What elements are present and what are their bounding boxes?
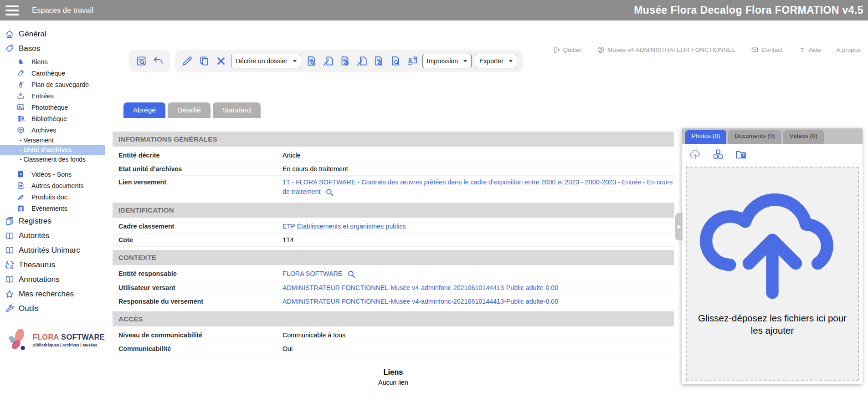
sidebar-item-entrees[interactable]: Entrées: [0, 90, 105, 102]
exporter-dropdown[interactable]: Exporter: [475, 54, 517, 68]
quitter-button[interactable]: Quitter: [553, 46, 582, 54]
wizard-document-button[interactable]: [321, 54, 335, 68]
sidebar-item-annotations[interactable]: Annotations: [0, 272, 105, 287]
impression-dropdown[interactable]: Impression: [422, 54, 472, 68]
sidebar-item-label: Entrées: [31, 92, 54, 100]
attach-document-button[interactable]: [372, 54, 385, 68]
tab-standard[interactable]: Standard: [213, 102, 261, 118]
hamburger-menu-icon[interactable]: [5, 5, 19, 15]
sidebar-item-videos-sons[interactable]: Vidéos - Sons: [0, 168, 105, 180]
sidebar: GénéralBases♞BiensCarothèquePlan de sauv…: [0, 20, 105, 402]
brush-icon: [16, 69, 25, 77]
record-row-cadre-classement: Cadre classementETP Établissements et or…: [113, 220, 674, 234]
notice-plus-button[interactable]: [304, 54, 318, 68]
media-action-bar: [682, 144, 863, 165]
sidebar-item-biens[interactable]: ♞Biens: [0, 56, 105, 67]
sidebar-item-classement-des-fonds[interactable]: - Classement des fonds: [0, 155, 105, 164]
open-box-icon: [16, 126, 25, 134]
svg-text:B: B: [10, 265, 13, 270]
record-row-communicabilite: CommunicabilitéOui: [113, 342, 674, 356]
sidebar-item-bibliotheque[interactable]: Bibliothèque: [0, 113, 105, 124]
current-user-button[interactable]: Musée v4 ADMINISTRATEUR FONCTIONNEL: [597, 46, 735, 54]
sidebar-item-registres[interactable]: Registres: [0, 214, 105, 229]
describe-dropdown[interactable]: Décrire un dossier: [231, 54, 301, 68]
sidebar-item-evenements[interactable]: Evènements: [0, 203, 105, 214]
tab-abrege[interactable]: Abrégé: [123, 102, 165, 118]
sidebar-item-autorites-unimarc[interactable]: Autorités Unimarc: [0, 243, 105, 258]
cubes-button[interactable]: [711, 147, 725, 162]
sidebar-item-autorites[interactable]: Autorités: [0, 229, 105, 243]
sidebar-item-label: Bibliothèque: [31, 115, 67, 122]
svg-text:?: ?: [800, 46, 804, 53]
field-value-link[interactable]: FLORA SOFTWARE: [282, 270, 342, 277]
contact-button[interactable]: Contact: [751, 46, 783, 54]
describe-dropdown-label: Décrire un dossier: [236, 57, 288, 65]
cloud-upload-button[interactable]: [688, 147, 702, 162]
home-icon: [5, 29, 15, 39]
apropos-button[interactable]: A propos: [837, 46, 861, 53]
panel-collapse-handle[interactable]: [675, 213, 683, 240]
field-value: En cours de traitement: [282, 164, 348, 174]
workspace-label[interactable]: Espaces de travail: [32, 6, 93, 15]
inbox-download-icon: [16, 92, 25, 100]
field-label: Entité décrite: [118, 151, 282, 160]
links-block: Liens Aucun lien: [113, 368, 674, 386]
star-icon: [5, 289, 15, 299]
field-value-link[interactable]: 1T - FLORA SOFTWARE - Contrats des œuvre…: [282, 178, 673, 195]
undo-button[interactable]: [151, 54, 165, 68]
sidebar-item-plan-de-sauvegarde[interactable]: Plan de sauvegarde: [0, 79, 105, 90]
field-value: Oui: [282, 344, 293, 354]
sidebar-item-label: - Classement des fonds: [20, 156, 86, 163]
field-value: FLORA SOFTWARE: [282, 269, 356, 279]
preview-document-button[interactable]: [389, 54, 402, 68]
sidebar-item-unite-d-archives[interactable]: - Unité d'archives: [0, 145, 105, 155]
svg-text:♞: ♞: [17, 58, 24, 66]
sidebar-item-label: Carothèque: [31, 70, 65, 77]
attach-document-button[interactable]: [338, 54, 352, 68]
tab-documents[interactable]: Documents (0): [728, 130, 781, 144]
delete-x-button[interactable]: [214, 54, 228, 68]
field-value-link[interactable]: ADMINISTRATEUR FONCTIONNEL-Musée v4-admi…: [282, 298, 558, 305]
brand-flora: FLORA: [32, 333, 59, 341]
sidebar-item-archives[interactable]: Archives: [0, 124, 105, 136]
cloud-upload-large-icon: [699, 174, 846, 306]
sidebar-item-label: Mes recherches: [19, 290, 74, 299]
sidebar-item-thesaurus[interactable]: ABThesaurus: [0, 258, 105, 272]
tab-videos[interactable]: Vidéos (0): [783, 130, 824, 144]
sidebar-item-label: Outils: [19, 304, 38, 313]
pencil-button[interactable]: [180, 54, 194, 68]
list-search-button[interactable]: [134, 54, 148, 68]
wizard-document-button[interactable]: [355, 54, 369, 68]
sidebar-item-carotheque[interactable]: Carothèque: [0, 67, 105, 79]
sidebar-item-phototheque[interactable]: Photothèque: [0, 102, 105, 113]
envelope-icon: [751, 46, 759, 54]
sidebar-item-autres-documents[interactable]: Autres documents: [0, 180, 105, 191]
sidebar-item-mes-recherches[interactable]: Mes recherches: [0, 287, 105, 301]
magnifier-button[interactable]: [325, 188, 334, 197]
tab-detaille[interactable]: Détaillé: [168, 102, 211, 118]
sidebar-item-produits-doc[interactable]: Produits doc.: [0, 191, 105, 203]
field-value-link[interactable]: ETP Établissements et organismes publics: [282, 223, 406, 230]
brand-software: SOFTWARE: [61, 333, 105, 341]
record-row-niveau-de-communicabilite: Niveau de communicabilitéCommunicable à …: [113, 329, 674, 342]
media-panel: Photos (0) Documents (0) Vidéos (0) Glis…: [682, 128, 863, 384]
copy-button[interactable]: [197, 54, 211, 68]
sidebar-item-bases[interactable]: Bases: [0, 41, 105, 56]
field-label: Cadre classement: [118, 222, 282, 231]
aide-button[interactable]: ? Aide: [798, 46, 821, 54]
sidebar-item-versement[interactable]: - Versement: [0, 136, 105, 145]
sidebar-item-outils[interactable]: Outils: [0, 301, 105, 316]
field-value: 1T - FLORA SOFTWARE - Contrats des œuvre…: [282, 178, 674, 197]
file-dropzone[interactable]: Glissez-déposez les fichiers ici pour le…: [686, 167, 859, 381]
record-row-etat-unite-d-archives: Etat unité d'archivesEn cours de traitem…: [113, 163, 674, 176]
stamp-button[interactable]: [406, 54, 419, 68]
chevron-down-icon: [293, 60, 297, 62]
sidebar-item-general[interactable]: Général: [0, 27, 105, 41]
field-value-link[interactable]: ADMINISTRATEUR FONCTIONNEL-Musée v4-admi…: [282, 284, 558, 291]
tab-photos[interactable]: Photos (0): [685, 130, 726, 144]
field-label: Responsable du versement: [118, 297, 282, 306]
magnifier-button[interactable]: [347, 270, 356, 279]
chevron-down-icon: [509, 60, 513, 62]
attach-document-icon: [373, 55, 385, 67]
folder-image-button[interactable]: [734, 147, 748, 162]
